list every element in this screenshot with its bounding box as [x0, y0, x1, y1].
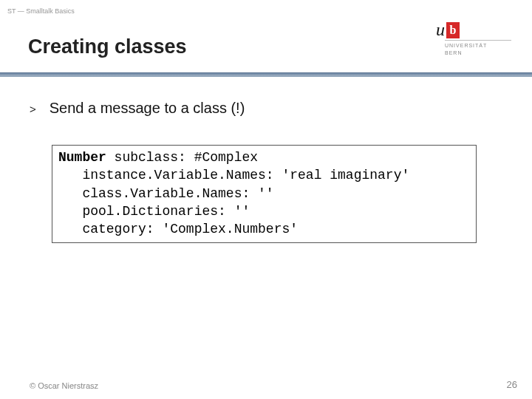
- code-rest-1: subclass: #Complex: [106, 150, 258, 165]
- logo-u-glyph: u: [436, 21, 445, 38]
- page-title: Creating classes: [28, 35, 187, 58]
- logo-line1: UNIVERSITÄT: [445, 42, 517, 50]
- logo-b-glyph: b: [446, 22, 460, 38]
- bullet-text: Send a message to a class (!): [50, 100, 245, 117]
- bullet-marker: >: [30, 103, 36, 115]
- code-line-1: Number subclass: #Complex: [58, 149, 470, 166]
- code-line-5: category: 'Complex.Numbers': [58, 220, 470, 238]
- footer-copyright: © Oscar Nierstrasz: [30, 381, 98, 390]
- page-number: 26: [507, 379, 517, 390]
- code-line-3: class.Variable.Names: '': [58, 185, 470, 202]
- university-logo: u b UNIVERSITÄT BERN: [436, 21, 517, 57]
- logo-text: UNIVERSITÄT BERN: [445, 42, 517, 57]
- bullet-row: > Send a message to a class (!): [30, 100, 245, 117]
- code-line-2: instance.Variable.Names: 'real imaginary…: [58, 166, 470, 184]
- breadcrumb: ST — Smalltalk Basics: [7, 7, 75, 15]
- code-line-4: pool.Dictionaries: '': [58, 202, 470, 220]
- logo-divider: [445, 40, 511, 41]
- code-bold: Number: [58, 150, 106, 165]
- code-block: Number subclass: #Complex instance.Varia…: [52, 145, 477, 243]
- section-divider: [0, 72, 532, 77]
- logo-line2: BERN: [445, 50, 517, 57]
- logo-mark: u b: [436, 21, 517, 38]
- title-row: Creating classes u b UNIVERSITÄT BERN: [0, 35, 532, 58]
